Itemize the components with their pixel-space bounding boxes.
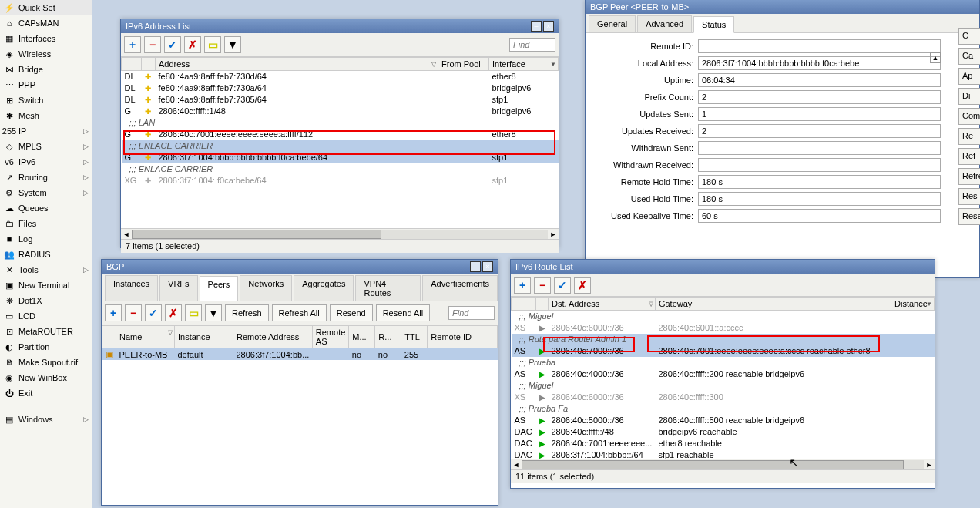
menu-make-supout.rif[interactable]: 🗎Make Supout.rif bbox=[0, 355, 92, 370]
tab-status[interactable]: Status bbox=[693, 16, 734, 33]
menu-system[interactable]: ⚙System▷ bbox=[0, 185, 92, 200]
menu-lcd[interactable]: ▭LCD bbox=[0, 308, 92, 324]
remove-button[interactable]: − bbox=[534, 277, 551, 294]
table-row[interactable]: DAC▶2806:40c:7001:eeee:eee...ether8 reac… bbox=[512, 438, 935, 449]
menu-ip[interactable]: 255IP▷ bbox=[0, 123, 92, 139]
action-button[interactable]: Com bbox=[958, 108, 980, 125]
withdrawnrecv-field[interactable] bbox=[698, 158, 941, 172]
horizontal-scrollbar[interactable]: ◄► bbox=[511, 459, 935, 469]
col-header[interactable]: M... bbox=[349, 326, 375, 348]
table-row[interactable]: ;;; Ruta para Router Admin 1 bbox=[512, 334, 935, 345]
enable-button[interactable]: ✓ bbox=[554, 277, 571, 294]
menu-radius[interactable]: 👥RADIUS bbox=[0, 247, 92, 262]
menu-metarouter[interactable]: ⊡MetaROUTER bbox=[0, 324, 92, 339]
table-row[interactable]: XS▶2806:40c:6000::/362806:40c:6001::a:cc… bbox=[512, 322, 935, 334]
enable-button[interactable]: ✓ bbox=[164, 36, 181, 53]
menu-queues[interactable]: ☁Queues bbox=[0, 200, 92, 216]
find-input[interactable] bbox=[509, 38, 555, 52]
keepalive-field[interactable] bbox=[698, 209, 941, 223]
menu-wireless[interactable]: ◈Wireless bbox=[0, 46, 92, 62]
disable-button[interactable]: ✗ bbox=[165, 304, 182, 321]
table-row[interactable]: DL✚fe80::4aa9:8aff:feb7:730a/64bridgeipv… bbox=[122, 82, 559, 94]
window-titlebar[interactable]: IPv6 Route List bbox=[511, 260, 935, 274]
tab-instances[interactable]: Instances bbox=[105, 275, 158, 301]
table-row[interactable]: G✚2806:40c:7001:eeee:eeee:eeee:a:ffff/11… bbox=[122, 129, 559, 140]
tab-vrfs[interactable]: VRFs bbox=[159, 275, 198, 301]
action-button[interactable]: Rese bbox=[958, 208, 980, 225]
resend-button[interactable]: Resend bbox=[330, 304, 373, 321]
menu-mesh[interactable]: ✱Mesh bbox=[0, 108, 92, 123]
disable-button[interactable]: ✗ bbox=[574, 277, 591, 294]
menu-log[interactable]: ■Log bbox=[0, 231, 92, 247]
menu-switch[interactable]: ⊞Switch bbox=[0, 93, 92, 108]
menu-ppp[interactable]: ⋯PPP bbox=[0, 77, 92, 93]
menu-bridge[interactable]: ⋈Bridge bbox=[0, 62, 92, 77]
menu-new-winbox[interactable]: ◉New WinBox bbox=[0, 370, 92, 385]
action-button[interactable]: Res bbox=[958, 188, 980, 205]
menu-exit[interactable]: ⏻Exit bbox=[0, 385, 92, 401]
menu-partition[interactable]: ◐Partition bbox=[0, 339, 92, 355]
col-header[interactable]: Remote AS bbox=[312, 326, 349, 348]
table-row[interactable]: AS▶2806:40c:5000::/362806:40c:ffff::500 … bbox=[512, 415, 935, 426]
action-button[interactable]: Ref bbox=[958, 148, 980, 165]
table-row[interactable]: ;;; LAN bbox=[122, 117, 559, 129]
disable-button[interactable]: ✗ bbox=[184, 36, 201, 53]
menu-ipv6[interactable]: v6IPv6▷ bbox=[0, 154, 92, 170]
table-row[interactable]: ;;; Prueba bbox=[512, 357, 935, 368]
col-header[interactable] bbox=[142, 58, 156, 71]
window-titlebar[interactable]: BGP – × bbox=[102, 260, 498, 274]
comment-button[interactable]: ▭ bbox=[185, 304, 202, 321]
window-titlebar[interactable]: IPv6 Address List – × bbox=[121, 19, 559, 33]
action-button[interactable]: C bbox=[958, 28, 980, 45]
tab-advertisements[interactable]: Advertisements bbox=[422, 275, 498, 301]
table-row[interactable]: AS▶2806:40c:4000::/362806:40c:ffff::200 … bbox=[512, 368, 935, 380]
col-header[interactable]: Interface▼ bbox=[489, 58, 559, 71]
action-button[interactable]: Re bbox=[958, 128, 980, 145]
menu-files[interactable]: 🗀Files bbox=[0, 216, 92, 231]
table-row[interactable]: DL✚fe80::4aa9:8aff:feb7:7305/64sfp1 bbox=[122, 94, 559, 106]
col-header[interactable]: Dst. Address▽ bbox=[549, 298, 656, 311]
remove-button[interactable]: − bbox=[125, 304, 142, 321]
refresh-all-button[interactable]: Refresh All bbox=[272, 304, 327, 321]
menu-mpls[interactable]: ◇MPLS▷ bbox=[0, 139, 92, 154]
menu-quick-set[interactable]: ⚡Quick Set bbox=[0, 0, 92, 15]
table-row[interactable]: ;;; Prueba Fa bbox=[512, 403, 935, 415]
add-button[interactable]: + bbox=[514, 277, 531, 294]
table-row[interactable]: DAC▶2806:3f7:1004:bbbb::/64sfp1 reachabl… bbox=[512, 449, 935, 459]
col-header[interactable]: R... bbox=[375, 326, 401, 348]
menu-capsman[interactable]: ⌂CAPsMAN bbox=[0, 15, 92, 31]
tab-vpn4 routes[interactable]: VPN4 Routes bbox=[355, 275, 421, 301]
find-input[interactable] bbox=[448, 306, 495, 320]
col-header[interactable] bbox=[512, 298, 536, 311]
table-row[interactable]: ;;; ENLACE CARRIER bbox=[122, 140, 559, 152]
tab-general[interactable]: General bbox=[589, 15, 636, 32]
col-header[interactable]: Address▽ bbox=[156, 58, 438, 71]
table-row[interactable]: ;;; Miguel bbox=[512, 311, 935, 322]
menu-new-terminal[interactable]: ▣New Terminal bbox=[0, 278, 92, 293]
action-button[interactable]: Di bbox=[958, 88, 980, 105]
add-button[interactable]: + bbox=[124, 36, 141, 53]
table-row[interactable]: DAC▶2806:40c:ffff::/48bridgeipv6 reachab… bbox=[512, 426, 935, 438]
filter-button[interactable]: ▼ bbox=[224, 36, 241, 53]
menu-routing[interactable]: ↗Routing▷ bbox=[0, 170, 92, 185]
close-btn[interactable]: × bbox=[482, 261, 493, 272]
minimize-btn[interactable]: – bbox=[470, 261, 481, 272]
table-row[interactable]: G✚2806:3f7:1004:bbbb:bbbb:bbbb:f0ca:bebe… bbox=[122, 152, 559, 163]
remoteid-field[interactable] bbox=[698, 39, 941, 53]
minimize-btn[interactable]: – bbox=[531, 21, 542, 32]
table-row[interactable]: ;;; Miguel bbox=[512, 380, 935, 392]
remove-button[interactable]: − bbox=[144, 36, 161, 53]
add-button[interactable]: + bbox=[105, 304, 122, 321]
prefixcount-field[interactable] bbox=[698, 90, 941, 104]
updatessent-field[interactable] bbox=[698, 107, 941, 121]
comment-button[interactable]: ▭ bbox=[204, 36, 221, 53]
action-button[interactable]: Ap bbox=[958, 68, 980, 85]
refresh-button[interactable]: Refresh bbox=[225, 304, 269, 321]
localaddr-field[interactable] bbox=[698, 56, 941, 70]
table-row[interactable]: XG✚2806:3f7:1004::f0ca:bebe/64sfp1 bbox=[122, 175, 559, 187]
col-header[interactable]: From Pool bbox=[438, 58, 489, 71]
filter-button[interactable]: ▼ bbox=[205, 304, 222, 321]
action-button[interactable]: Refre bbox=[958, 168, 980, 185]
col-header[interactable] bbox=[122, 58, 142, 71]
col-header[interactable]: Distance▼ bbox=[891, 298, 935, 311]
